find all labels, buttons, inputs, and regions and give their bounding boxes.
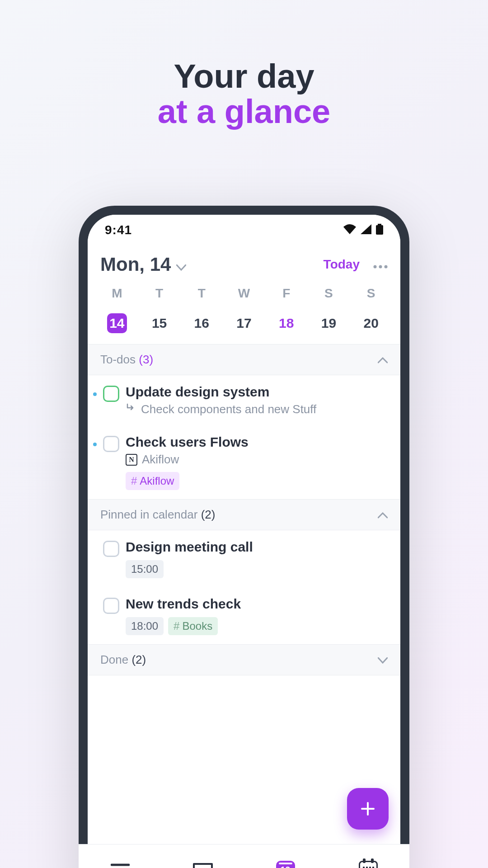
day-cell[interactable]: 16	[180, 316, 223, 331]
today-icon: 19	[276, 861, 295, 868]
chevron-up-icon	[378, 353, 388, 367]
hash-icon: #	[174, 620, 179, 632]
checkbox[interactable]	[103, 541, 119, 557]
hero: Your day at a glance	[0, 0, 488, 129]
time-chip: 15:00	[126, 560, 164, 578]
pinned-list: Design meeting call 15:00 New trends che…	[88, 530, 400, 644]
nav-today[interactable]: 19 Today	[244, 844, 327, 868]
hero-title: Your day at a glance	[0, 59, 488, 129]
day-cell[interactable]: 14	[96, 313, 138, 333]
todo-title: Check users Flows	[126, 434, 388, 450]
date-selector[interactable]: Mon, 14	[100, 254, 186, 275]
date-label: Mon, 14	[100, 254, 171, 275]
section-header-done[interactable]: Done (2)	[88, 644, 400, 675]
tag-chip[interactable]: # Akiflow	[126, 472, 179, 490]
section-header-todos[interactable]: To-dos (3)	[88, 344, 400, 375]
svg-rect-1	[376, 225, 383, 235]
todo-item[interactable]: Check users Flows N Akiflow # Akiflow	[88, 425, 400, 499]
pinned-title: New trends check	[126, 596, 388, 612]
checkbox[interactable]	[103, 436, 119, 452]
time-chip: 18:00	[126, 617, 164, 635]
weekday-label: T	[180, 286, 223, 301]
status-time: 9:41	[105, 223, 132, 237]
day-cell[interactable]: 17	[223, 316, 265, 331]
pinned-item[interactable]: Design meeting call 15:00	[88, 530, 400, 587]
daynum-row: 14 15 16 17 18 19 20	[96, 313, 392, 333]
enter-arrow-icon	[126, 402, 136, 416]
page-header: Mon, 14 Today	[88, 245, 400, 286]
bottom-nav: Menu Inbox 19 Today Calendar	[88, 844, 400, 868]
weekday-label: M	[96, 286, 138, 301]
chevron-up-icon	[378, 508, 388, 522]
signal-icon	[361, 224, 371, 236]
section-title: To-dos	[100, 353, 136, 366]
section-title: Pinned in calendar	[100, 508, 197, 521]
spacer	[93, 547, 97, 551]
spacer	[93, 604, 97, 608]
weekday-label: W	[223, 286, 265, 301]
day-cell[interactable]: 18	[265, 316, 308, 331]
tag-chip[interactable]: # Books	[168, 617, 218, 635]
week-strip: M T T W F S S 14 15 16 17 18 19 20	[88, 286, 400, 344]
todo-title: Update design system	[126, 384, 388, 400]
todo-subtext: N Akiflow	[126, 453, 388, 467]
plus-icon	[359, 800, 376, 817]
day-cell[interactable]: 15	[138, 316, 181, 331]
wifi-icon	[343, 224, 356, 236]
checkbox[interactable]	[103, 598, 119, 614]
hero-line-1: Your day	[174, 57, 314, 95]
chevron-down-icon	[378, 653, 388, 667]
status-bar: 9:41	[88, 215, 400, 245]
svg-point-3	[379, 265, 382, 269]
todo-subtext: Check components and new Stuff	[126, 402, 388, 416]
section-count: (2)	[131, 653, 146, 666]
weekday-label: F	[265, 286, 308, 301]
section-count: (3)	[139, 353, 153, 366]
nav-menu[interactable]: Menu	[88, 844, 161, 868]
svg-rect-0	[378, 224, 381, 225]
todos-list: Update design system Check components an…	[88, 375, 400, 499]
status-icons	[343, 224, 383, 236]
svg-point-4	[385, 265, 388, 269]
todo-item[interactable]: Update design system Check components an…	[88, 375, 400, 425]
section-count: (2)	[201, 508, 216, 521]
more-icon[interactable]	[373, 257, 388, 272]
status-dot-icon	[93, 443, 97, 446]
notion-icon: N	[126, 454, 137, 466]
pinned-item[interactable]: New trends check 18:00 # Books	[88, 587, 400, 644]
phone-screen: 9:41 Mon, 14 Today	[88, 215, 400, 868]
checkbox[interactable]	[103, 386, 119, 402]
hero-line-2: at a glance	[158, 93, 331, 130]
section-header-pinned[interactable]: Pinned in calendar (2)	[88, 499, 400, 530]
svg-point-2	[374, 265, 377, 269]
weekday-label: S	[308, 286, 350, 301]
section-title: Done	[100, 653, 128, 666]
inbox-icon	[192, 861, 214, 868]
status-dot-icon	[93, 392, 97, 396]
weekday-label: S	[350, 286, 392, 301]
phone-frame: 9:41 Mon, 14 Today	[79, 206, 409, 868]
pinned-title: Design meeting call	[126, 539, 388, 555]
weekday-row: M T T W F S S	[96, 286, 392, 301]
nav-inbox[interactable]: Inbox	[161, 844, 244, 868]
nav-calendar[interactable]: Calendar	[327, 844, 400, 868]
chevron-down-icon	[176, 254, 186, 275]
today-button[interactable]: Today	[324, 257, 360, 272]
hash-icon: #	[131, 475, 137, 487]
weekday-label: T	[138, 286, 181, 301]
day-cell[interactable]: 20	[350, 316, 392, 331]
add-button[interactable]	[347, 788, 389, 830]
menu-icon	[109, 861, 131, 868]
calendar-icon	[359, 861, 378, 868]
day-cell[interactable]: 19	[308, 316, 350, 331]
battery-icon	[376, 224, 383, 236]
